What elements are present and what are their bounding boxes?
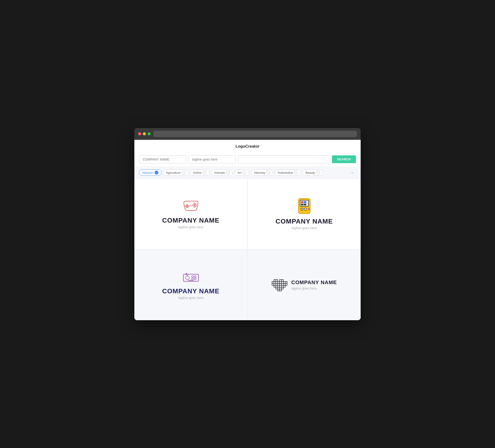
logo-4-company-name: COMPANY NAME <box>291 280 337 286</box>
svg-rect-61 <box>280 289 281 291</box>
tagline-input[interactable] <box>189 155 236 163</box>
svg-rect-52 <box>278 285 280 287</box>
svg-point-25 <box>192 276 193 278</box>
browser-window: LogoCreator SEARCH Abstract✓Agriculture✓… <box>134 128 361 320</box>
svg-rect-29 <box>189 280 193 281</box>
gamepad-icon <box>181 199 200 213</box>
svg-rect-13 <box>304 204 306 205</box>
browser-content: LogoCreator SEARCH Abstract✓Agriculture✓… <box>134 140 361 320</box>
logos-grid: COMPANY NAME tagline goes here <box>134 179 361 320</box>
svg-rect-1 <box>186 206 189 207</box>
logo-1-company-name: COMPANY NAME <box>162 217 220 224</box>
svg-rect-35 <box>274 281 276 283</box>
svg-rect-60 <box>278 289 280 291</box>
maximize-button[interactable] <box>148 132 151 135</box>
search-button[interactable]: SEARCH <box>332 155 356 163</box>
logo-1-tagline: tagline goes here <box>178 225 203 229</box>
filter-chip-attorney[interactable]: Attorney✓ <box>251 169 273 176</box>
logo-4-tagline: tagline goes here <box>291 286 337 290</box>
svg-point-15 <box>304 208 307 210</box>
svg-rect-41 <box>285 281 287 283</box>
svg-point-26 <box>194 276 196 278</box>
svg-rect-51 <box>276 285 278 287</box>
filter-check-beauty: ✓ <box>316 171 320 174</box>
filter-check-abstract: ✓ <box>155 171 158 174</box>
svg-rect-34 <box>272 281 274 283</box>
svg-rect-7 <box>192 205 192 206</box>
svg-rect-55 <box>283 285 285 287</box>
filter-check-airline: ✓ <box>203 171 206 174</box>
logo-2-company-name: COMPANY NAME <box>275 218 333 225</box>
close-button[interactable] <box>138 132 141 135</box>
svg-rect-43 <box>274 283 276 285</box>
svg-point-20 <box>302 209 303 210</box>
browser-titlebar <box>134 128 361 140</box>
svg-rect-54 <box>281 285 283 287</box>
logo-card-3[interactable]: COMPANY NAME tagline goes here <box>134 250 248 320</box>
filter-label-automotive: Automotive <box>278 171 293 174</box>
svg-rect-58 <box>280 287 281 289</box>
svg-point-24 <box>186 273 187 274</box>
svg-rect-53 <box>280 285 281 287</box>
logo-card-2[interactable]: COMPANY NAME tagline goes here <box>248 179 361 250</box>
filter-check-art: ✓ <box>243 171 246 174</box>
minimize-button[interactable] <box>143 132 146 135</box>
svg-rect-45 <box>278 283 280 285</box>
svg-rect-42 <box>272 283 274 285</box>
filter-chip-animals[interactable]: Animals✓ <box>211 169 233 176</box>
app-title: LogoCreator <box>235 144 260 149</box>
svg-rect-32 <box>280 280 281 281</box>
company-name-input[interactable] <box>139 155 186 163</box>
svg-rect-46 <box>280 283 281 285</box>
search-bar: SEARCH <box>134 152 361 167</box>
svg-rect-36 <box>276 281 278 283</box>
svg-rect-37 <box>278 281 280 283</box>
svg-rect-47 <box>281 283 283 285</box>
svg-rect-10 <box>301 201 303 203</box>
logo-card-1[interactable]: COMPANY NAME tagline goes here <box>134 179 248 250</box>
svg-point-16 <box>308 208 310 210</box>
svg-rect-0 <box>187 204 188 208</box>
svg-rect-12 <box>301 204 303 205</box>
svg-rect-48 <box>283 283 285 285</box>
svg-point-17 <box>302 208 302 209</box>
svg-rect-50 <box>274 285 276 287</box>
logo-3-tagline: tagline goes here <box>178 296 203 300</box>
svg-point-22 <box>186 276 189 280</box>
handheld-console-icon <box>297 198 311 214</box>
filter-label-art: Art <box>237 171 241 174</box>
filter-label-attorney: Attorney <box>254 171 265 174</box>
svg-rect-31 <box>276 280 278 281</box>
filter-chip-automotive[interactable]: Automotive✓ <box>275 169 301 176</box>
filter-label-abstract: Abstract <box>142 171 153 174</box>
filter-next-button[interactable]: → <box>348 169 356 176</box>
svg-rect-44 <box>276 283 278 285</box>
svg-rect-33 <box>281 280 283 281</box>
url-bar[interactable] <box>153 131 357 137</box>
filter-chip-beauty[interactable]: Beauty✓ <box>302 169 323 176</box>
traffic-lights <box>138 132 151 135</box>
svg-point-28 <box>194 278 196 280</box>
svg-rect-40 <box>283 281 285 283</box>
pixel-heart-icon <box>272 277 288 293</box>
filter-check-agriculture: ✓ <box>182 171 186 174</box>
svg-point-4 <box>194 203 195 205</box>
keyword-input[interactable] <box>238 155 330 163</box>
logo-card-4[interactable]: COMPANY NAME tagline goes here <box>248 250 361 320</box>
filter-chip-agriculture[interactable]: Agriculture✓ <box>163 169 189 176</box>
svg-rect-39 <box>281 281 283 283</box>
filter-chip-abstract[interactable]: Abstract✓ <box>139 169 162 176</box>
svg-rect-30 <box>274 280 276 281</box>
filter-label-beauty: Beauty <box>305 171 315 174</box>
svg-rect-6 <box>190 205 191 206</box>
logo-3-company-name: COMPANY NAME <box>162 287 220 295</box>
svg-rect-38 <box>280 281 281 283</box>
filter-chip-art[interactable]: Art✓ <box>234 169 249 176</box>
filter-chip-airline[interactable]: Airline✓ <box>190 169 209 176</box>
svg-rect-56 <box>276 287 278 289</box>
svg-rect-57 <box>278 287 280 289</box>
filter-bar: Abstract✓Agriculture✓Airline✓Animals✓Art… <box>134 167 361 179</box>
svg-point-5 <box>194 206 195 208</box>
svg-point-18 <box>301 209 301 210</box>
svg-point-27 <box>192 278 193 280</box>
